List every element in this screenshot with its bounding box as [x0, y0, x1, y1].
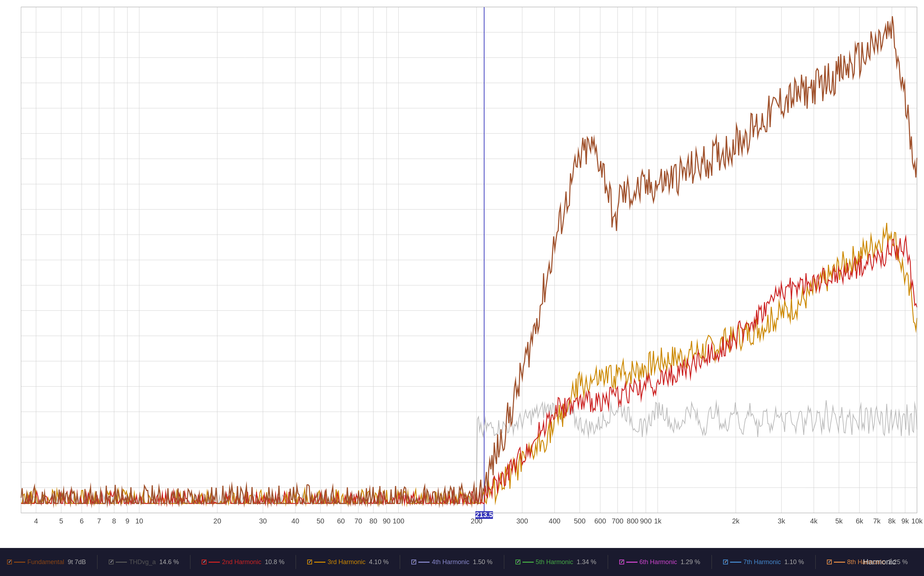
legend-checkbox-5th[interactable]: [515, 560, 520, 565]
legend-label-3rd: 3rd Harmonic: [327, 558, 366, 566]
legend-separator-0: [97, 555, 98, 569]
legend-line-7th: [730, 562, 741, 563]
legend-line-thd: [116, 562, 127, 563]
legend-value-thd: 14.6 %: [159, 558, 179, 566]
legend-line-3rd: [314, 562, 326, 563]
legend-item-6th: 6th Harmonic1.29 %: [619, 558, 700, 566]
legend-value-5th: 1.34 %: [577, 558, 597, 566]
legend-label-4th: 4th Harmonic: [432, 558, 469, 566]
legend-label-6th: 6th Harmonic: [640, 558, 677, 566]
legend-value-6th: 1.29 %: [681, 558, 700, 566]
harmonic-label: Harmonic: [863, 548, 896, 576]
legend-value-3rd: 4.10 %: [369, 558, 388, 566]
legend-checkbox-6th[interactable]: [619, 560, 624, 565]
legend-item-4th: 4th Harmonic1.50 %: [411, 558, 492, 566]
legend-line-5th: [523, 562, 534, 563]
chart-container: [0, 0, 924, 576]
legend-item-fundamental: Fundamental9t 7dB: [7, 558, 86, 566]
legend-label-5th: 5th Harmonic: [536, 558, 573, 566]
legend-separator-7: [815, 555, 816, 569]
legend-line-4th: [418, 562, 430, 563]
legend-bar: Fundamental9t 7dBTHDvg_a14.6 %2nd Harmon…: [0, 548, 924, 576]
legend-line-fundamental: [14, 562, 25, 563]
legend-line-2nd: [209, 562, 220, 563]
legend-checkbox-8th[interactable]: [827, 560, 832, 565]
legend-item-5th: 5th Harmonic1.34 %: [515, 558, 597, 566]
legend-label-2nd: 2nd Harmonic: [222, 558, 261, 566]
legend-value-2nd: 10.8 %: [265, 558, 284, 566]
legend-item-thd: THDvg_a14.6 %: [109, 558, 179, 566]
legend-checkbox-3rd[interactable]: [307, 560, 312, 565]
legend-separator-5: [608, 555, 608, 569]
legend-line-8th: [834, 562, 845, 563]
legend-checkbox-7th[interactable]: [723, 560, 728, 565]
legend-item-3rd: 3rd Harmonic4.10 %: [307, 558, 388, 566]
legend-checkbox-thd[interactable]: [109, 560, 114, 565]
legend-value-4th: 1.50 %: [473, 558, 492, 566]
legend-checkbox-4th[interactable]: [411, 560, 416, 565]
legend-value-fundamental: 9t 7dB: [68, 558, 86, 566]
legend-separator-4: [504, 555, 504, 569]
legend-value-7th: 1.10 %: [784, 558, 804, 566]
legend-line-6th: [626, 562, 637, 563]
legend-separator-1: [190, 555, 191, 569]
legend-separator-2: [295, 555, 296, 569]
legend-label-thd: THDvg_a: [129, 558, 156, 566]
legend-checkbox-fundamental[interactable]: [7, 560, 12, 565]
legend-label-7th: 7th Harmonic: [743, 558, 781, 566]
legend-item-7th: 7th Harmonic1.10 %: [723, 558, 804, 566]
legend-label-fundamental: Fundamental: [27, 558, 64, 566]
legend-separator-3: [400, 555, 400, 569]
legend-checkbox-2nd[interactable]: [202, 560, 207, 565]
legend-item-2nd: 2nd Harmonic10.8 %: [202, 558, 284, 566]
